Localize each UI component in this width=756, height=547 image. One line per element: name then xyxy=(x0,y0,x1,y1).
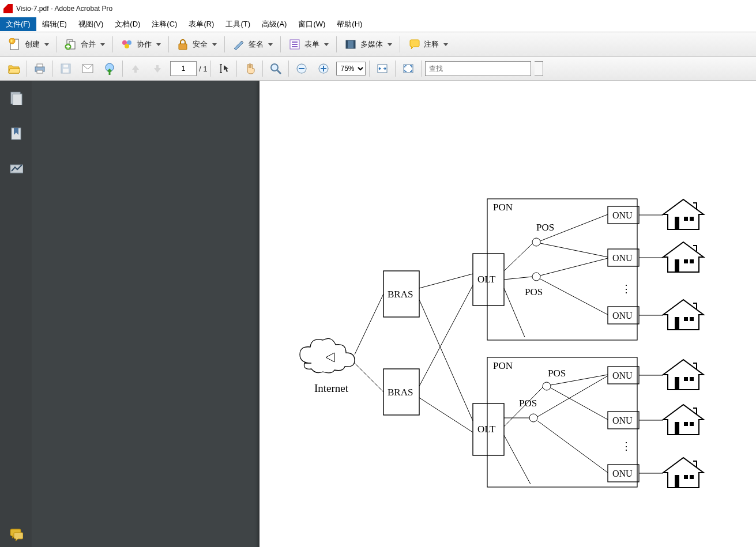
svg-rect-8 xyxy=(179,44,187,50)
olt-label-2: OLT xyxy=(477,424,496,435)
collab-button[interactable]: 协作 xyxy=(116,36,165,53)
page-up-button[interactable] xyxy=(126,59,145,78)
merge-button[interactable]: 合并 xyxy=(61,36,109,53)
sign-button[interactable]: 签名 xyxy=(228,36,277,53)
svg-point-24 xyxy=(271,64,278,71)
menu-edit[interactable]: 编辑(E) xyxy=(36,17,73,31)
chevron-down-icon xyxy=(324,43,329,46)
comments-panel-icon[interactable] xyxy=(9,529,23,542)
internet-label: Internet xyxy=(314,382,349,394)
fullscreen-icon xyxy=(402,63,415,74)
pen-icon xyxy=(232,38,245,51)
fullscreen-button[interactable] xyxy=(399,59,418,78)
merge-label: 合并 xyxy=(81,39,96,50)
separator xyxy=(236,61,237,77)
acrobat-app-icon xyxy=(3,4,13,13)
save-button[interactable] xyxy=(57,59,75,78)
house-icon xyxy=(663,199,704,488)
menu-comment[interactable]: 注释(C) xyxy=(146,17,183,31)
titlebar: Visio-7.pdf - Adobe Acrobat Pro xyxy=(0,0,756,17)
page-down-button[interactable] xyxy=(148,59,167,78)
create-button[interactable]: 创建 xyxy=(5,36,53,53)
svg-line-39 xyxy=(355,294,383,354)
separator xyxy=(369,61,370,77)
svg-rect-34 xyxy=(13,94,22,105)
annot-button[interactable]: 注释 xyxy=(404,36,452,53)
media-button[interactable]: 多媒体 xyxy=(340,36,396,53)
separator xyxy=(262,61,263,77)
secure-label: 安全 xyxy=(193,39,208,50)
svg-rect-21 xyxy=(63,65,68,67)
page-current-input[interactable] xyxy=(170,61,197,76)
film-icon xyxy=(344,38,357,51)
secure-button[interactable]: 安全 xyxy=(172,36,221,53)
chevron-down-icon xyxy=(100,43,105,46)
zoom-select[interactable]: 75% xyxy=(336,62,366,76)
page-total-label: / 1 xyxy=(199,65,207,73)
svg-rect-18 xyxy=(37,70,43,73)
media-label: 多媒体 xyxy=(360,39,383,50)
menu-view[interactable]: 视图(V) xyxy=(73,17,109,31)
svg-rect-15 xyxy=(353,40,355,48)
pages-panel-icon[interactable] xyxy=(9,91,23,105)
print-button[interactable] xyxy=(31,59,49,78)
navigation-pane xyxy=(0,81,32,547)
svg-line-45 xyxy=(419,285,473,386)
separator xyxy=(395,61,396,77)
chevron-down-icon xyxy=(443,43,448,46)
forms-button[interactable]: 表单 xyxy=(284,36,333,53)
find-input[interactable] xyxy=(425,61,531,76)
separator xyxy=(224,36,225,52)
menu-form[interactable]: 表单(R) xyxy=(183,17,220,31)
menu-advanced[interactable]: 高级(A) xyxy=(256,17,292,31)
zoom-in-button[interactable] xyxy=(314,59,333,78)
floppy-disk-icon xyxy=(60,63,72,74)
toolbar-secondary: / 1 75% xyxy=(0,57,756,81)
onu-label-2: ONU xyxy=(612,253,633,263)
svg-line-56 xyxy=(540,279,608,315)
separator xyxy=(288,61,289,77)
create-page-icon xyxy=(9,38,21,51)
window-title: Visio-7.pdf - Adobe Acrobat Pro xyxy=(16,5,112,13)
onu-label-1: ONU xyxy=(612,210,633,220)
signatures-panel-icon[interactable] xyxy=(9,163,23,176)
separator xyxy=(336,36,337,52)
vdots-2: ⋮ xyxy=(621,440,631,452)
separator xyxy=(57,36,57,52)
content-area: Internet BRAS BRAS OLT OLT xyxy=(0,81,756,547)
onu-label-4: ONU xyxy=(612,371,633,380)
menu-document[interactable]: 文档(D) xyxy=(109,17,146,31)
pon-label-2: PON xyxy=(493,360,513,371)
fit-width-button[interactable] xyxy=(373,59,392,78)
upload-button[interactable] xyxy=(100,59,119,78)
globe-upload-icon xyxy=(103,62,116,75)
menu-tool[interactable]: 工具(T) xyxy=(220,17,256,31)
separator xyxy=(280,36,281,52)
chevron-down-icon xyxy=(156,43,161,46)
hand-icon xyxy=(243,62,256,75)
menu-help[interactable]: 帮助(H) xyxy=(331,17,368,31)
sign-label: 签名 xyxy=(249,39,264,50)
find-dropdown[interactable] xyxy=(535,61,543,76)
marquee-zoom-button[interactable] xyxy=(266,59,285,78)
open-button[interactable] xyxy=(5,59,23,78)
svg-line-69 xyxy=(537,421,608,473)
menu-file[interactable]: 文件(F) xyxy=(0,17,36,31)
menu-window[interactable]: 窗口(W) xyxy=(292,17,331,31)
hand-tool-button[interactable] xyxy=(240,59,259,78)
zoom-out-button[interactable] xyxy=(292,59,311,78)
pon-label-1: PON xyxy=(493,202,513,213)
document-viewport[interactable]: Internet BRAS BRAS OLT OLT xyxy=(32,81,756,547)
onu-label-6: ONU xyxy=(612,469,633,478)
olt-label-1: OLT xyxy=(477,274,496,285)
email-button[interactable] xyxy=(78,59,97,78)
separator xyxy=(210,61,211,77)
separator xyxy=(122,61,123,77)
select-tool-button[interactable] xyxy=(215,59,233,78)
bras-label-1: BRAS xyxy=(388,289,413,300)
svg-rect-20 xyxy=(63,69,69,73)
svg-line-50 xyxy=(504,244,532,271)
chevron-down-icon xyxy=(212,43,217,46)
minus-circle-icon xyxy=(296,63,307,74)
bookmarks-panel-icon[interactable] xyxy=(9,127,23,141)
